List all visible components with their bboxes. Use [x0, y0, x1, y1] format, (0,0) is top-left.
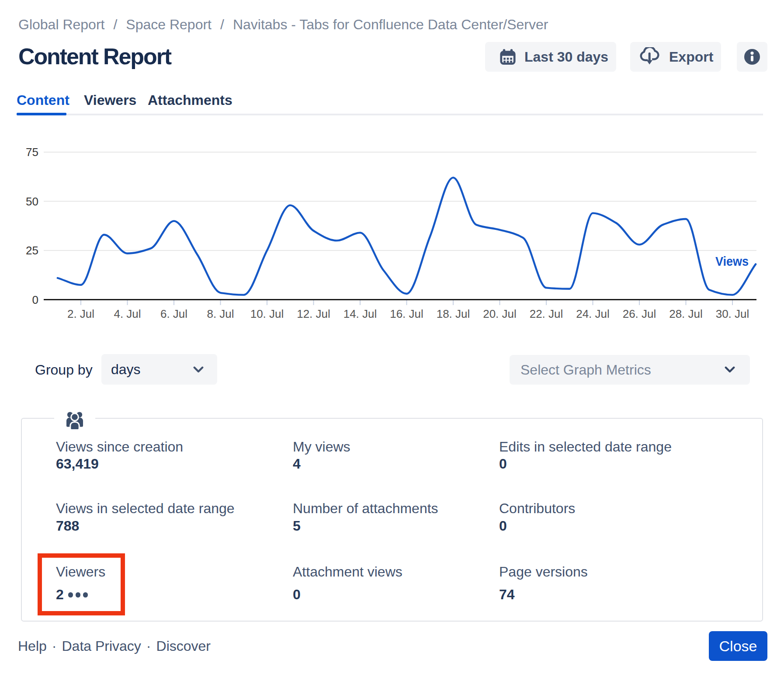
svg-text:6. Jul: 6. Jul — [160, 307, 187, 320]
svg-text:8. Jul: 8. Jul — [207, 307, 234, 320]
svg-text:22. Jul: 22. Jul — [530, 307, 563, 320]
svg-text:50: 50 — [26, 195, 38, 208]
svg-text:24. Jul: 24. Jul — [576, 307, 610, 320]
svg-text:28. Jul: 28. Jul — [669, 307, 703, 320]
svg-text:14. Jul: 14. Jul — [343, 307, 377, 320]
svg-text:25: 25 — [26, 244, 38, 257]
svg-text:10. Jul: 10. Jul — [250, 307, 284, 320]
svg-text:2. Jul: 2. Jul — [67, 307, 94, 320]
svg-text:12. Jul: 12. Jul — [297, 307, 330, 320]
svg-text:75: 75 — [26, 146, 38, 159]
svg-text:26. Jul: 26. Jul — [623, 307, 656, 320]
svg-text:Views: Views — [715, 254, 749, 268]
svg-text:30. Jul: 30. Jul — [716, 307, 749, 320]
svg-text:0: 0 — [32, 293, 38, 306]
svg-text:18. Jul: 18. Jul — [437, 307, 470, 320]
svg-text:4. Jul: 4. Jul — [114, 307, 141, 320]
svg-text:20. Jul: 20. Jul — [483, 307, 517, 320]
svg-text:16. Jul: 16. Jul — [390, 307, 423, 320]
